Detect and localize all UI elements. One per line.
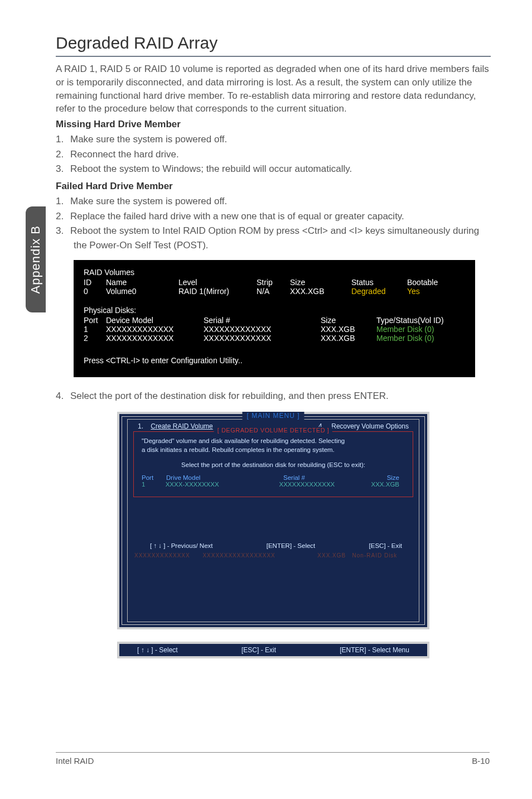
dialog-msg-3: Select the port of the destination disk … (142, 460, 405, 470)
raid-volume-row: 0 Volume0 RAID 1(Mirror) N/A XXX.XGB Deg… (84, 287, 465, 296)
status-degraded: Degraded (351, 287, 407, 296)
hint-esc-exit: [ESC] - Exit (369, 542, 402, 549)
col-strip: Strip (257, 278, 290, 287)
bios-panel: [ MAIN MENU ] 1. Create RAID Volume 4. R… (117, 412, 429, 629)
dialog-msg-2: a disk initiates a rebuild. Rebuild comp… (142, 445, 405, 455)
physical-disk-row: 2 XXXXXXXXXXXXX XXXXXXXXXXXXX XXX.XGB Me… (84, 334, 465, 343)
footer-right: B-10 (472, 756, 490, 766)
list-item: 1.Make sure the system is powered off. (56, 132, 491, 147)
footer-left: Intel RAID (56, 756, 94, 766)
menu-item-create-raid[interactable]: 1. Create RAID Volume (138, 422, 213, 430)
list-item: 1.Make sure the system is powered off. (56, 194, 491, 209)
config-utility-hint: Press <CTRL-I> to enter Configuration Ut… (84, 356, 465, 365)
dialog-msg-1: "Degraded" volume and disk available for… (142, 436, 405, 446)
list-item: 3.Reboot the system to Intel RAID Option… (56, 224, 491, 253)
raid-status-panel: RAID Volumes ID Name Level Strip Size St… (74, 260, 475, 377)
degraded-dialog: [ DEGRADED VOLUME DETECTED ] "Degraded" … (133, 431, 413, 497)
missing-list: 1.Make sure the system is powered off. 2… (56, 132, 491, 176)
failed-list: 1.Make sure the system is powered off. 2… (56, 194, 491, 253)
hint-select: [ ↑ ↓ ] - Select (137, 646, 178, 654)
page-footer: Intel RAID B-10 (56, 752, 490, 766)
failed-heading: Failed Hard Drive Member (56, 181, 491, 192)
missing-heading: Missing Hard Drive Member (56, 119, 491, 130)
hint-prev-next: [ ↑ ↓ ] - Previous/ Next (150, 542, 212, 549)
hint-enter-select: [ENTER] - Select (267, 542, 316, 549)
bootable-value: Yes (407, 287, 465, 296)
page-title: Degraded RAID Array (56, 33, 491, 57)
dialog-controls: [ ↑ ↓ ] - Previous/ Next [ENTER] - Selec… (150, 542, 402, 549)
hint-enter-menu: [ENTER] - Select Menu (340, 646, 409, 654)
port-list-row[interactable]: 1 XXXX-XXXXXXXX XXXXXXXXXXXXX XXX.XGB (142, 481, 405, 488)
member-disk: Member Disk (0) (376, 325, 465, 334)
decorative-line: XXXXXXXXXXXXX XXXXXXXXXXXXXXXXX XXX.XGB … (134, 552, 412, 559)
bios-title: [ MAIN MENU ] (242, 412, 304, 420)
col-name: Name (106, 278, 178, 287)
col-status: Status (351, 278, 407, 287)
step-4: 4.Select the port of the destination dis… (56, 391, 491, 402)
intro-paragraph: A RAID 1, RAID 5 or RAID 10 volume is re… (56, 62, 491, 115)
hint-esc: [ESC] - Exit (241, 646, 276, 654)
side-tab-label: Appendix B (28, 225, 43, 294)
member-disk: Member Disk (0) (376, 334, 465, 343)
list-item: 2.Reconnect the hard drive. (56, 147, 491, 162)
degraded-dialog-title: [ DEGRADED VOLUME DETECTED ] (214, 427, 332, 434)
port-list-header: Port Drive Model Serial # Size (142, 474, 405, 481)
col-bootable: Bootable (407, 278, 465, 287)
physical-disks-label: Physical Disks: (84, 306, 465, 315)
col-id: ID (84, 278, 106, 287)
col-level: Level (178, 278, 257, 287)
physical-disk-row: 1 XXXXXXXXXXXXX XXXXXXXXXXXXX XXX.XGB Me… (84, 325, 465, 334)
bios-bottom-bar: [ ↑ ↓ ] - Select [ESC] - Exit [ENTER] - … (117, 642, 429, 658)
list-item: 3.Reboot the system to Windows; the rebu… (56, 162, 491, 176)
side-tab: Appendix B (26, 206, 46, 312)
raid-volumes-label: RAID Volumes (84, 268, 465, 277)
physical-disks-header: Port Device Model Serial # Size Type/Sta… (84, 316, 465, 325)
list-item: 2.Replace the failed hard drive with a n… (56, 209, 491, 224)
col-size: Size (290, 278, 351, 287)
raid-volumes-header: ID Name Level Strip Size Status Bootable (84, 278, 465, 287)
